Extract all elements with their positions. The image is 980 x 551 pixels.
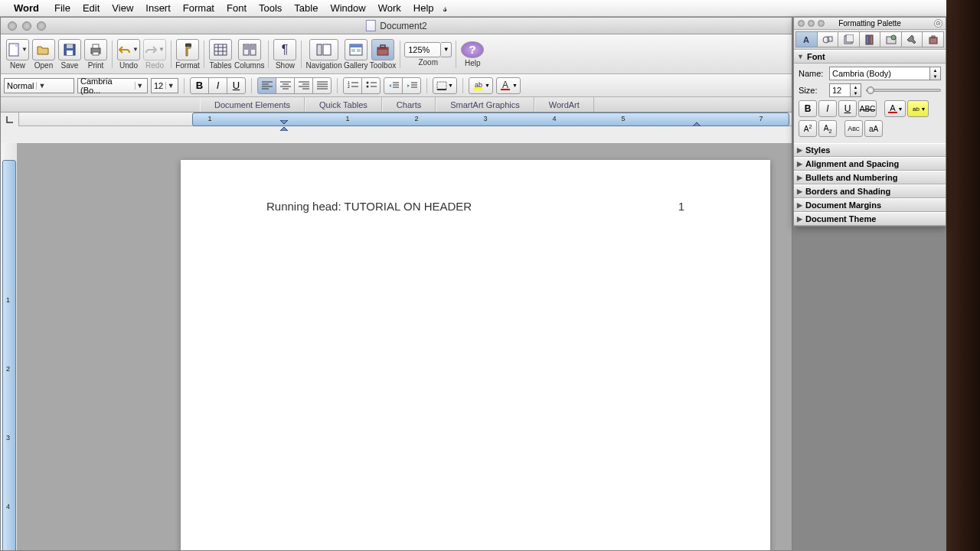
tab-selector[interactable]	[1, 112, 19, 126]
new-button[interactable]: ▼	[6, 39, 29, 60]
format-painter-button[interactable]	[176, 39, 199, 60]
pal-superscript-button[interactable]: A2	[799, 120, 817, 137]
font-combo[interactable]: Cambria (Bo...▼	[77, 78, 148, 93]
decrease-indent-button[interactable]	[384, 77, 403, 94]
palette-tab-compatibility[interactable]	[880, 31, 902, 47]
tab-smartart[interactable]: SmartArt Graphics	[436, 97, 534, 112]
palette-close-button[interactable]	[798, 20, 805, 27]
pal-font-color-button[interactable]: A▼	[884, 100, 906, 117]
columns-button[interactable]	[238, 39, 261, 60]
menu-edit[interactable]: Edit	[77, 1, 106, 15]
bullets-section-header[interactable]: ▶Bullets and Numbering	[794, 171, 946, 184]
font-section-header[interactable]: ▼Font	[794, 50, 946, 64]
font-name-stepper[interactable]: ▲▼	[930, 67, 941, 80]
menu-help[interactable]: Help	[407, 1, 440, 15]
palette-minimize-button[interactable]	[808, 20, 815, 27]
pal-italic-button[interactable]: I	[818, 100, 837, 117]
menu-window[interactable]: Window	[324, 1, 371, 15]
palette-tab-reference[interactable]	[859, 31, 881, 47]
palette-tab-object[interactable]	[817, 31, 839, 47]
tables-button[interactable]	[209, 39, 232, 60]
highlight-button[interactable]: ab▼	[469, 77, 493, 94]
numbered-list-button[interactable]: 12	[343, 77, 362, 94]
pal-highlight-button[interactable]: ab▼	[907, 100, 929, 117]
increase-indent-button[interactable]	[402, 77, 421, 94]
margins-section-header[interactable]: ▶Document Margins	[794, 198, 946, 212]
menu-tools[interactable]: Tools	[253, 1, 288, 15]
zoom-dropdown[interactable]: ▼	[441, 42, 452, 57]
borders-section-header[interactable]: ▶Borders and Shading	[794, 184, 946, 198]
print-button[interactable]	[84, 39, 107, 60]
font-color-button[interactable]: A▼	[496, 77, 521, 94]
italic-button[interactable]: I	[208, 77, 227, 94]
pal-strikethrough-button[interactable]: ABC	[858, 100, 877, 117]
bulleted-list-button[interactable]	[361, 77, 381, 94]
font-size-stepper[interactable]: ▲▼	[851, 83, 861, 97]
font-size-label: Size:	[799, 86, 829, 95]
tab-quick-tables[interactable]: Quick Tables	[305, 97, 382, 112]
script-menu-icon[interactable]: 𝓈	[443, 2, 447, 15]
underline-button[interactable]: U	[227, 77, 246, 94]
show-button[interactable]: ¶	[273, 39, 296, 60]
palette-collapse-button[interactable]: ⊙	[934, 19, 942, 28]
app-name[interactable]: Word	[8, 1, 45, 15]
navigation-button[interactable]	[309, 39, 338, 60]
palette-tab-formatting[interactable]: A	[795, 31, 818, 47]
page-number[interactable]: 1	[678, 200, 684, 213]
zoom-field[interactable]: 125%	[404, 42, 441, 57]
theme-section-header[interactable]: ▶Document Theme	[794, 212, 946, 226]
menu-table[interactable]: Table	[288, 1, 324, 15]
palette-titlebar[interactable]: Formatting Palette ⊙	[794, 18, 946, 30]
align-right-button[interactable]	[294, 77, 313, 94]
indent-marker[interactable]	[280, 120, 288, 126]
palette-zoom-button[interactable]	[818, 20, 825, 27]
undo-button[interactable]: ▼	[117, 39, 140, 60]
menu-view[interactable]: View	[106, 1, 139, 15]
palette-tab-tools[interactable]	[901, 31, 923, 47]
menu-insert[interactable]: Insert	[139, 1, 177, 15]
font-name-field[interactable]: Cambria (Body)	[829, 67, 930, 80]
redo-button[interactable]: ▼	[143, 39, 166, 60]
bold-button[interactable]: B	[190, 77, 209, 94]
tab-charts[interactable]: Charts	[382, 97, 436, 112]
navigation-label: Navigation	[305, 61, 341, 70]
pal-subscript-button[interactable]: A2	[818, 120, 837, 137]
align-left-button[interactable]	[257, 77, 276, 94]
style-value: Normal	[7, 81, 34, 90]
palette-tab-project[interactable]	[922, 31, 944, 47]
close-button[interactable]	[8, 21, 17, 31]
palette-tab-scrapbook[interactable]	[838, 31, 860, 47]
menu-font[interactable]: Font	[220, 1, 253, 15]
menu-work[interactable]: Work	[372, 1, 407, 15]
font-size-slider[interactable]	[866, 89, 941, 92]
align-justify-button[interactable]	[312, 77, 332, 94]
font-size-field[interactable]: 12	[829, 83, 851, 97]
right-margin-marker[interactable]	[693, 116, 701, 123]
tab-document-elements[interactable]: Document Elements	[200, 97, 305, 112]
toolbox-button[interactable]	[371, 39, 394, 60]
menu-file[interactable]: File	[48, 1, 77, 15]
minimize-button[interactable]	[22, 21, 31, 31]
document-page[interactable]: Running head: TUTORIAL ON HEADER 1	[181, 160, 770, 550]
pal-small-caps-button[interactable]: ABC	[844, 120, 863, 137]
vertical-ruler[interactable]: 1 2 3 4	[1, 143, 18, 550]
alignment-section-header[interactable]: ▶Alignment and Spacing	[794, 157, 946, 171]
running-head-text[interactable]: Running head: TUTORIAL ON HEADER	[266, 200, 472, 213]
borders-button[interactable]: ▼	[433, 77, 457, 94]
gallery-button[interactable]	[345, 39, 368, 60]
pal-bold-button[interactable]: B	[799, 100, 817, 117]
horizontal-ruler[interactable]: 1 1 2 3 4 5 7	[19, 112, 792, 126]
align-center-button[interactable]	[276, 77, 295, 94]
help-button[interactable]: ?	[461, 41, 484, 58]
zoom-button[interactable]	[37, 21, 46, 31]
pal-underline-button[interactable]: U	[838, 100, 857, 117]
styles-section-header[interactable]: ▶Styles	[794, 143, 946, 157]
tab-wordart[interactable]: WordArt	[534, 97, 594, 112]
style-combo[interactable]: Normal▼	[4, 78, 74, 93]
save-button[interactable]	[58, 39, 81, 60]
open-button[interactable]	[32, 39, 55, 60]
menu-format[interactable]: Format	[177, 1, 220, 15]
size-combo[interactable]: 12▼	[151, 78, 178, 93]
pal-change-case-button[interactable]: aA	[864, 120, 883, 137]
window-titlebar[interactable]: Document2	[1, 18, 792, 34]
